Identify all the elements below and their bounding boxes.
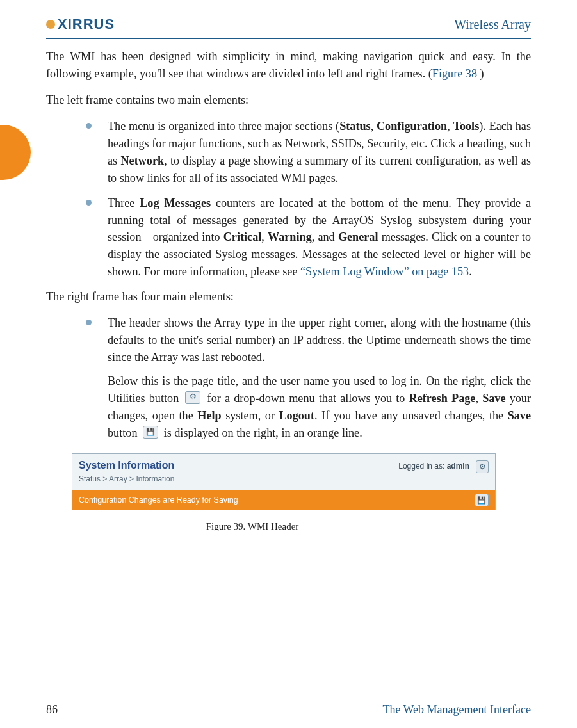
wmi-header-screenshot: System Information Status > Array > Info… (72, 453, 496, 510)
wmi-unsaved-bar: Configuration Changes are Ready for Savi… (72, 490, 495, 510)
log-warning: Warning (268, 231, 312, 243)
menu-section-configuration: Configuration (377, 120, 447, 133)
text: , to display a page showing a summary of… (108, 154, 531, 184)
syslog-window-link[interactable]: “System Log Window” on page 153 (300, 265, 469, 278)
utilities-button-icon (185, 391, 200, 404)
logo-dot-icon (46, 20, 55, 29)
text: for a drop-down menu that allows you to (203, 392, 409, 405)
save-label: Save (482, 392, 505, 405)
footer-section: The Web Management Interface (382, 703, 531, 716)
side-tab-icon (0, 125, 31, 180)
wmi-login-status: Logged in as: admin (398, 461, 469, 473)
list-item: The menu is organized into three major s… (72, 118, 531, 187)
list-item: Three Log Messages counters are located … (72, 195, 531, 281)
text: , (475, 392, 482, 405)
text: . (469, 265, 472, 278)
logo: XIRRUS (46, 16, 115, 33)
save-button-label: Save (508, 409, 531, 422)
product-name: Wireless Array (454, 17, 531, 32)
left-frame-list: The menu is organized into three major s… (72, 118, 531, 280)
menu-section-tools: Tools (453, 120, 479, 133)
log-messages-label: Log Messages (140, 197, 211, 209)
page-number: 86 (46, 703, 58, 716)
footer-rule (46, 692, 531, 692)
logout-label: Logout (279, 409, 314, 422)
intro-paragraph: The WMI has been designed with simplicit… (46, 48, 531, 83)
text: , and (312, 231, 338, 243)
refresh-page-label: Refresh Page (409, 392, 476, 405)
logo-text: XIRRUS (58, 16, 115, 33)
unsaved-message: Configuration Changes are Ready for Savi… (79, 494, 238, 506)
log-general: General (338, 231, 378, 243)
figure-caption: Figure 39. WMI Header (41, 519, 464, 533)
list-item: The header shows the Array type in the u… (72, 314, 531, 442)
help-label: Help (197, 409, 221, 422)
right-frame-intro: The right frame has four main elements: (46, 288, 531, 305)
log-critical: Critical (223, 231, 262, 243)
save-button[interactable]: 💾 (475, 494, 489, 506)
text: The menu is organized into three major s… (108, 120, 339, 133)
page-footer: 86 The Web Management Interface (46, 703, 531, 716)
intro-text-post: ) (477, 67, 484, 80)
text: is displayed on the right, in an orange … (161, 426, 362, 439)
wmi-page-title: System Information (79, 458, 174, 473)
header-rule (46, 38, 531, 39)
page-header: XIRRUS Wireless Array (46, 13, 531, 36)
text: . If you have any unsaved changes, the (314, 409, 508, 422)
text: Three (108, 197, 140, 209)
figure-39: System Information Status > Array > Info… (72, 453, 531, 534)
save-button-icon (143, 426, 158, 439)
wmi-breadcrumb: Status > Array > Information (79, 474, 174, 485)
text: , (371, 120, 377, 133)
text: , (261, 231, 268, 243)
text: button (108, 426, 140, 439)
menu-section-status: Status (339, 120, 371, 133)
utilities-button[interactable]: ⚙ (476, 460, 489, 473)
login-user: admin (447, 462, 469, 471)
heading-network: Network (120, 154, 164, 167)
text: system, or (222, 409, 279, 422)
login-pre: Logged in as: (398, 462, 446, 471)
header-description: The header shows the Array type in the u… (108, 316, 531, 364)
left-frame-intro: The left frame contains two main element… (46, 92, 531, 109)
right-frame-list: The header shows the Array type in the u… (72, 314, 531, 442)
figure-38-link[interactable]: Figure 38 (432, 67, 477, 80)
